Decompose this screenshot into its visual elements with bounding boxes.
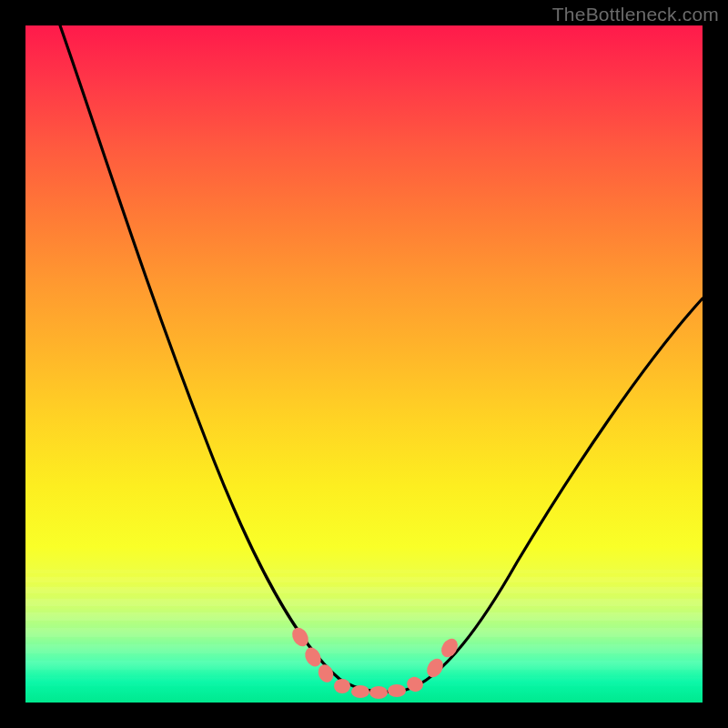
svg-point-2 — [316, 662, 336, 684]
bottleneck-curve — [60, 25, 703, 692]
svg-point-9 — [438, 635, 460, 660]
svg-point-7 — [405, 675, 425, 694]
chart-frame: TheBottleneck.com — [0, 0, 728, 728]
svg-point-3 — [334, 679, 350, 693]
svg-point-1 — [302, 645, 324, 670]
watermark-text: TheBottleneck.com — [552, 4, 719, 25]
plot-area — [25, 25, 703, 703]
flat-region-dots — [289, 624, 461, 699]
svg-point-5 — [369, 686, 388, 699]
curve-svg — [25, 25, 703, 703]
svg-point-6 — [388, 684, 406, 697]
svg-point-4 — [351, 685, 369, 698]
